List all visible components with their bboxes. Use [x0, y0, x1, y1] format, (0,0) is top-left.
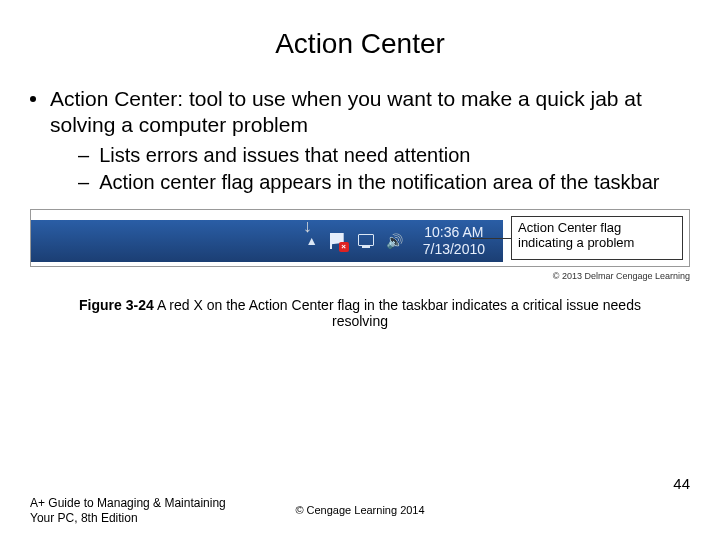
windows-taskbar: ↓ ▲ × 🔊 10:36 AM 7/13/2010	[31, 220, 503, 262]
network-icon[interactable]	[358, 234, 374, 248]
bullet-level2: – Action center flag appears in the noti…	[78, 170, 690, 195]
error-badge-icon: ×	[339, 242, 349, 252]
slide: Action Center Action Center: tool to use…	[0, 0, 720, 540]
clock-date: 7/13/2010	[423, 241, 485, 257]
callout-connector	[471, 238, 511, 239]
callout-label: Action Center flag indicating a problem	[511, 216, 683, 260]
figure-caption: Figure 3-24 A red X on the Action Center…	[0, 297, 720, 331]
bullet-dot-icon	[30, 96, 36, 102]
system-tray: ▲ × 🔊 10:36 AM 7/13/2010	[306, 224, 503, 256]
bullet-text: Action center flag appears in the notifi…	[99, 170, 659, 195]
slide-body: Action Center: tool to use when you want…	[0, 86, 720, 195]
page-number: 44	[673, 475, 690, 492]
volume-icon[interactable]: 🔊	[386, 233, 403, 249]
figure: ↓ ▲ × 🔊 10:36 AM 7/13/2010	[30, 209, 690, 267]
bullet-dash-icon: –	[78, 143, 89, 168]
slide-title: Action Center	[0, 0, 720, 76]
action-center-flag-icon[interactable]: ×	[330, 233, 346, 249]
caption-label: Figure 3-24	[79, 297, 154, 313]
bullet-dash-icon: –	[78, 170, 89, 195]
footer-center: © Cengage Learning 2014	[0, 504, 720, 516]
caption-text: A red X on the Action Center flag in the…	[154, 297, 641, 330]
taskbar-clock[interactable]: 10:36 AM 7/13/2010	[415, 224, 493, 256]
figure-frame: ↓ ▲ × 🔊 10:36 AM 7/13/2010	[30, 209, 690, 267]
bullet-level2: – Lists errors and issues that need atte…	[78, 143, 690, 168]
bullet-text: Action Center: tool to use when you want…	[50, 86, 690, 139]
figure-copyright: © 2013 Delmar Cengage Learning	[0, 271, 690, 281]
bullet-text: Lists errors and issues that need attent…	[99, 143, 470, 168]
bullet-level1: Action Center: tool to use when you want…	[30, 86, 690, 139]
show-hidden-icons-icon[interactable]: ▲	[306, 234, 318, 248]
